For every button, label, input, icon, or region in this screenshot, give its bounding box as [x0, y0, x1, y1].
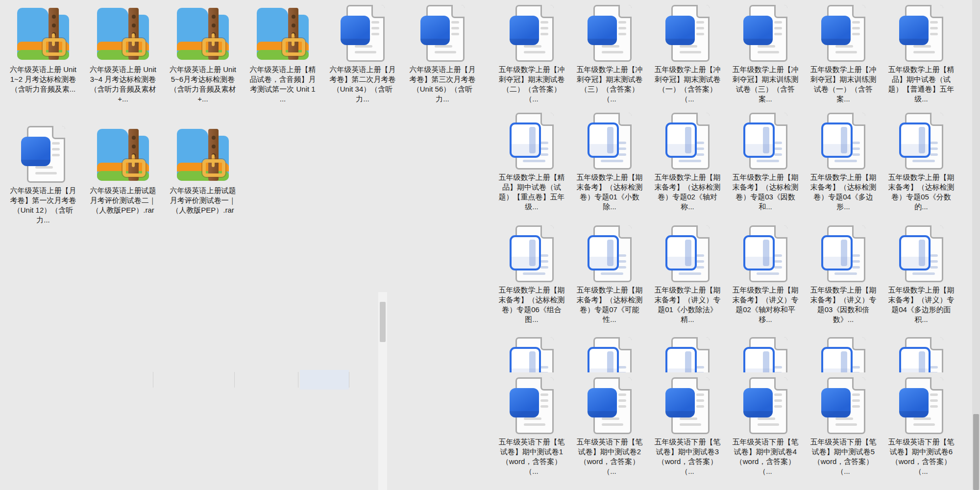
file-icon-wrap	[420, 4, 465, 60]
word-document-outline-icon	[665, 113, 710, 168]
word-w-badge	[588, 16, 617, 45]
file-icon-wrap	[821, 4, 865, 60]
file-item[interactable]: 五年级数学上册【期末备考】（达标检测卷）专题05《分数的...	[884, 112, 958, 212]
file-item[interactable]: 五年级英语下册【笔试卷】期中测试卷1（word，含答案）（...	[495, 376, 568, 476]
file-item[interactable]: 五年级英语下册【笔试卷】期中测试卷2（word，含答案）（...	[573, 376, 646, 476]
file-item[interactable]: 五年级英语下册【笔试卷】期中测试卷5（word，含答案）（...	[807, 376, 880, 476]
file-item[interactable]: 五年级数学上册【期末备考】（达标检测卷）专题07《可能性...	[573, 224, 646, 324]
page-fold-corner	[774, 377, 787, 391]
right-grid-row-3: 五年级数学上册【期末备考】（达标检测卷）专题06《组合图...	[495, 224, 958, 324]
file-icon-wrap	[665, 224, 710, 280]
file-item[interactable]: 五年级数学上册【冲刺夺冠】期末训练测试卷（一）（含答案...	[807, 4, 880, 104]
file-item[interactable]: 五年级数学上册【期末备考】（讲义）专题01《小数除法》精...	[651, 224, 724, 324]
file-icon-wrap	[588, 112, 632, 168]
word-document-outline-icon	[899, 337, 943, 372]
file-icon-wrap	[177, 4, 229, 60]
file-item[interactable]: 六年级英语上册试题月考评价测试卷一｜（人教版PEP）.rar	[166, 125, 240, 215]
file-icon-wrap	[821, 337, 865, 372]
file-item[interactable]: 六年级英语上册 Unit 5~6月考达标检测卷（含听力音频及素材+...	[166, 4, 240, 104]
file-item[interactable]	[651, 337, 724, 372]
word-document-icon	[588, 5, 632, 60]
right-scrollbar-thumb[interactable]	[973, 414, 979, 490]
file-item[interactable]: 五年级英语下册【笔试卷】期中测试卷6（word，含答案）（...	[884, 376, 958, 476]
word-w-badge	[665, 388, 695, 417]
file-name-label: 五年级英语下册【笔试卷】期中测试卷2（word，含答案）（...	[574, 437, 645, 476]
file-icon-wrap	[665, 4, 710, 60]
page-fold-corner	[930, 113, 943, 126]
file-icon-wrap	[510, 112, 554, 168]
file-item[interactable]: 五年级数学上册【期末备考】（达标检测卷）专题03《因数和...	[729, 112, 802, 212]
file-item[interactable]: 五年级数学上册【精品】期中试卷（试题）【普通卷】五年级...	[884, 4, 958, 104]
right-panel-scrollbar[interactable]	[972, 0, 980, 490]
file-item[interactable]	[573, 337, 646, 372]
word-w-badge	[341, 16, 370, 45]
file-item[interactable]	[884, 337, 958, 372]
word-w-frame	[665, 122, 697, 158]
word-w-badge	[899, 388, 929, 417]
page-fold-corner	[852, 5, 865, 18]
file-item[interactable]: 六年级英语上册 Unit 1~2 月考达标检测卷（含听力音频及素...	[6, 4, 80, 94]
word-document-icon	[743, 5, 787, 60]
page-fold-corner	[451, 5, 465, 18]
word-w-badge	[899, 16, 929, 45]
file-item[interactable]: 五年级数学上册【冲刺夺冠】期末测试卷（三）（含答案）（...	[573, 4, 646, 104]
word-w-frame	[665, 347, 697, 372]
file-item[interactable]: 六年级英语上册 Unit 3~4 月考达标检测卷（含听力音频及素材+...	[86, 4, 160, 104]
page-fold-corner	[852, 377, 865, 391]
file-item[interactable]: 五年级数学上册【期末备考】（达标检测卷）专题02《轴对称...	[651, 112, 724, 212]
file-item[interactable]: 六年级英语上册【月考卷】第三次月考卷（Unit 56）（含听力...	[406, 4, 479, 104]
file-item[interactable]: 五年级英语下册【笔试卷】期中测试卷3（word，含答案）（...	[651, 376, 724, 476]
file-item[interactable]: 六年级英语上册【月考卷】第一次月考卷（Unit 12）（含听力...	[6, 125, 80, 225]
file-icon-wrap	[743, 4, 787, 60]
file-item[interactable]: 五年级数学上册【期末备考】（讲义）专题02《轴对称和平移...	[729, 224, 802, 324]
word-document-outline-icon	[899, 225, 943, 280]
word-document-outline-icon	[665, 225, 710, 280]
column-divider	[349, 372, 349, 388]
file-item[interactable]	[495, 337, 568, 372]
file-item[interactable]: 五年级数学上册【冲刺夺冠】期末测试卷（二）（含答案）（...	[495, 4, 568, 104]
file-icon-wrap	[821, 112, 865, 168]
file-name-label: 五年级英语下册【笔试卷】期中测试卷1（word，含答案）（...	[496, 437, 567, 476]
file-item[interactable]: 五年级数学上册【期末备考】（讲义）专题04《多边形的面积...	[884, 224, 958, 324]
word-w-frame	[899, 235, 931, 270]
table-scrollbar[interactable]	[378, 292, 387, 490]
file-icon-wrap	[510, 376, 554, 432]
word-w-frame	[510, 122, 541, 158]
file-icon-wrap	[899, 224, 943, 280]
page-fold-corner	[540, 337, 554, 350]
word-w-frame	[899, 347, 931, 372]
zip-archive-icon	[97, 8, 149, 60]
size-column-highlight	[300, 370, 349, 390]
word-document-outline-icon	[510, 337, 554, 372]
file-name-label: 五年级英语下册【笔试卷】期中测试卷3（word，含答案）（...	[652, 437, 723, 476]
page-fold-corner	[540, 377, 554, 391]
file-item[interactable]: 五年级数学上册【期末备考】（达标检测卷）专题01《小数除...	[573, 112, 646, 212]
table-scrollbar-thumb[interactable]	[380, 302, 386, 342]
file-item[interactable]: 五年级英语下册【笔试卷】期中测试卷4（word，含答案）（...	[729, 376, 802, 476]
file-item[interactable]: 五年级数学上册【冲刺夺冠】期末训练测试卷（三）（含答案...	[729, 4, 802, 104]
file-icon-wrap	[665, 112, 710, 168]
file-item[interactable]	[729, 337, 802, 372]
word-document-icon	[341, 5, 385, 60]
file-name-label: 五年级英语下册【笔试卷】期中测试卷6（word，含答案）（...	[885, 437, 957, 476]
file-item[interactable]: 六年级英语上册【精品试卷，含音频】月考测试第一次 Unit 1 ...	[246, 4, 319, 104]
file-icon-wrap	[341, 4, 385, 60]
word-w-badge	[665, 16, 695, 45]
word-document-outline-icon	[743, 113, 787, 168]
file-item[interactable]: 五年级数学上册【冲刺夺冠】期末测试卷（一）（含答案）（...	[651, 4, 724, 104]
file-item[interactable]: 五年级数学上册【精品】期中试卷（试题）【重点卷】五年级...	[495, 112, 568, 212]
file-name-label: 五年级英语下册【笔试卷】期中测试卷4（word，含答案）（...	[730, 437, 801, 476]
zip-archive-icon	[17, 8, 69, 60]
word-w-frame	[510, 235, 541, 270]
file-item[interactable]: 五年级数学上册【期末备考】（达标检测卷）专题06《组合图...	[495, 224, 568, 324]
file-item[interactable]	[807, 337, 880, 372]
file-name-label: 五年级数学上册【精品】期中试卷（试题）【普通卷】五年级...	[885, 65, 957, 104]
file-item[interactable]: 五年级数学上册【期末备考】（达标检测卷）专题04《多边形...	[807, 112, 880, 212]
file-item[interactable]: 五年级数学上册【期末备考】（讲义）专题03《因数和倍数》...	[807, 224, 880, 324]
file-item[interactable]: 六年级英语上册试题月考评价测试卷二｜（人教版PEP）.rar	[86, 125, 160, 215]
file-item[interactable]: 六年级英语上册【月考卷】第二次月考卷（Unit 34）（含听力...	[326, 4, 399, 104]
file-name-label: 五年级数学上册【期末备考】（达标检测卷）专题05《分数的...	[885, 172, 957, 212]
word-document-outline-icon	[588, 337, 632, 372]
word-document-icon	[510, 5, 554, 60]
file-name-label: 五年级数学上册【期末备考】（达标检测卷）专题03《因数和...	[730, 172, 801, 212]
